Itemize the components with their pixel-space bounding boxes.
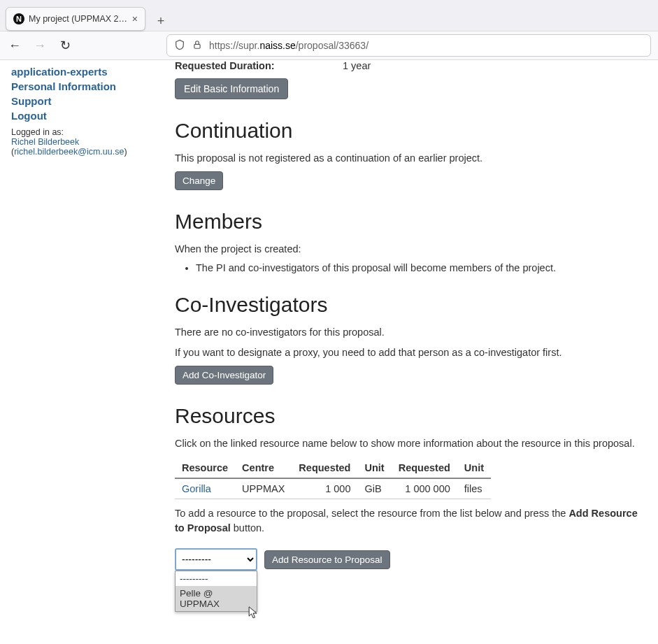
sidebar-link-personal-information[interactable]: Personal Information (11, 80, 116, 92)
tab-strip: N My project (UPPMAX 20… × + (0, 0, 658, 31)
add-resource-text: To add a resource to the proposal, selec… (175, 506, 644, 536)
tab-title: My project (UPPMAX 20… (29, 14, 128, 24)
url-text: https://supr.naiss.se/proposal/33663/ (209, 40, 369, 51)
cursor-icon (248, 606, 258, 620)
col-unit-1: Unit (357, 458, 391, 478)
logged-in-email-link[interactable]: richel.bilderbeek@icm.uu.se (14, 147, 124, 157)
resources-table: Resource Centre Requested Unit Requested… (175, 458, 491, 499)
url-bar[interactable]: https://supr.naiss.se/proposal/33663/ (166, 34, 651, 57)
add-resource-to-proposal-button[interactable]: Add Resource to Proposal (264, 550, 390, 569)
favicon-icon: N (13, 13, 24, 24)
continuation-text: This proposal is not registered as a con… (175, 151, 644, 166)
requested-duration-row: Requested Duration: 1 year (175, 60, 644, 71)
browser-toolbar: ← → ↻ https://supr.naiss.se/proposal/336… (0, 31, 658, 60)
continuation-heading: Continuation (175, 119, 644, 143)
add-resource-text-pre: To add a resource to the proposal, selec… (175, 508, 568, 519)
col-centre: Centre (235, 458, 292, 478)
members-text: When the project is created: (175, 242, 644, 257)
add-resource-text-post: button. (231, 522, 264, 534)
co-investigators-text-1: There are no co-investigators for this p… (175, 325, 644, 340)
edit-basic-information-button[interactable]: Edit Basic Information (175, 78, 288, 99)
forward-button: → (32, 38, 48, 53)
url-host: naiss.se (259, 40, 295, 51)
main-content: Requested Duration: 1 year Edit Basic In… (175, 60, 658, 644)
members-heading: Members (175, 210, 644, 234)
co-investigators-heading: Co-Investigators (175, 293, 644, 317)
logged-in-label: Logged in as: (11, 127, 164, 137)
members-bullet: The PI and co-investigators of this prop… (196, 262, 644, 273)
col-requested-1: Requested (292, 458, 357, 478)
requested-duration-value: 1 year (343, 60, 371, 71)
close-tab-icon[interactable]: × (132, 13, 138, 24)
reload-button[interactable]: ↻ (57, 38, 73, 53)
resource-option-blank[interactable]: --------- (176, 571, 257, 586)
shield-icon (174, 39, 185, 52)
sidebar-link-support[interactable]: Support (11, 95, 52, 107)
url-prefix: https://supr. (209, 40, 259, 51)
add-resource-row: --------- --------- Pelle @ UPPMAX Add R… (175, 548, 644, 571)
resource-link[interactable]: Gorilla (182, 483, 211, 494)
new-tab-button[interactable]: + (151, 11, 171, 31)
col-resource: Resource (175, 458, 235, 478)
col-requested-2: Requested (392, 458, 457, 478)
resource-option-pelle[interactable]: Pelle @ UPPMAX (176, 586, 257, 611)
col-unit-2: Unit (457, 458, 491, 478)
back-button[interactable]: ← (7, 38, 22, 53)
co-investigators-text-2: If you want to designate a proxy, you ne… (175, 345, 644, 360)
lock-icon (192, 40, 202, 52)
sidebar-link-application-experts[interactable]: application-experts (11, 66, 108, 78)
resource-select-dropdown: --------- Pelle @ UPPMAX (175, 571, 257, 612)
resource-req1: 1 000 (292, 478, 357, 499)
resources-heading: Resources (175, 404, 644, 428)
resource-req2: 1 000 000 (392, 478, 457, 499)
resource-select[interactable]: --------- (175, 548, 257, 571)
logged-in-block: Logged in as: Richel Bilderbeek (richel.… (11, 127, 164, 157)
resource-unit2: files (457, 478, 491, 499)
directory-heading-visible: Name (264, 592, 320, 615)
browser-tab[interactable]: N My project (UPPMAX 20… × (6, 7, 145, 31)
page-body: application-experts Personal Information… (0, 60, 658, 644)
add-co-investigator-button[interactable]: Add Co-Investigator (175, 366, 273, 385)
sidebar: application-experts Personal Information… (0, 60, 175, 644)
resource-centre: UPPMAX (235, 478, 292, 499)
table-row: Gorilla UPPMAX 1 000 GiB 1 000 000 files (175, 478, 491, 499)
browser-chrome: N My project (UPPMAX 20… × + ← → ↻ https… (0, 0, 658, 60)
url-path: /proposal/33663/ (296, 40, 369, 51)
sidebar-link-logout[interactable]: Logout (11, 110, 47, 122)
logged-in-user-link[interactable]: Richel Bilderbeek (11, 137, 79, 147)
svg-rect-0 (194, 44, 200, 48)
resources-text: Click on the linked resource name below … (175, 436, 644, 451)
resource-unit1: GiB (357, 478, 391, 499)
change-button[interactable]: Change (175, 171, 223, 190)
requested-duration-label: Requested Duration: (175, 60, 315, 71)
